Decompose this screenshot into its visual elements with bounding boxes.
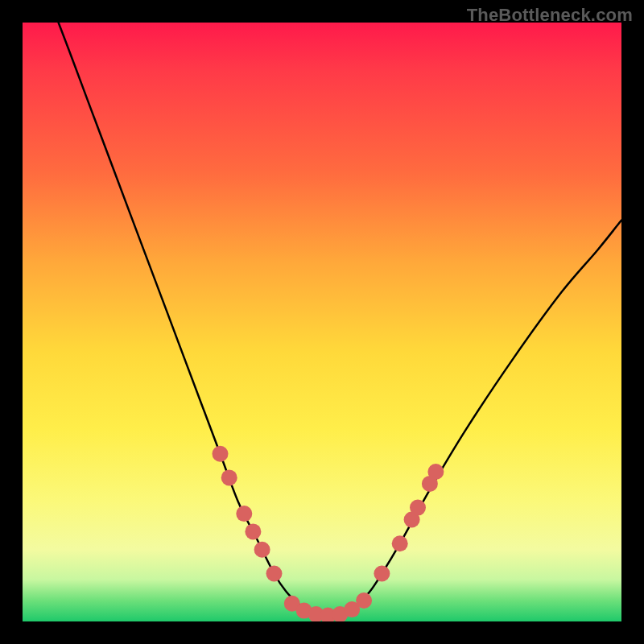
marker-dot <box>236 506 252 522</box>
marker-dot <box>427 464 444 480</box>
marker-dot <box>213 446 229 462</box>
marker-dot <box>356 592 372 609</box>
watermark-text: TheBottleneck.com <box>467 5 633 26</box>
marker-dot <box>266 566 283 582</box>
marker-dot <box>221 469 237 485</box>
plot-area <box>23 23 621 621</box>
marker-dot <box>392 535 408 551</box>
marker-dot <box>245 523 261 539</box>
bottleneck-chart-svg <box>23 23 621 621</box>
marker-dot <box>410 500 426 516</box>
marker-dot <box>254 542 270 558</box>
marker-dot <box>374 566 390 582</box>
marker-dots <box>213 446 444 621</box>
bottleneck-curve <box>23 23 621 616</box>
